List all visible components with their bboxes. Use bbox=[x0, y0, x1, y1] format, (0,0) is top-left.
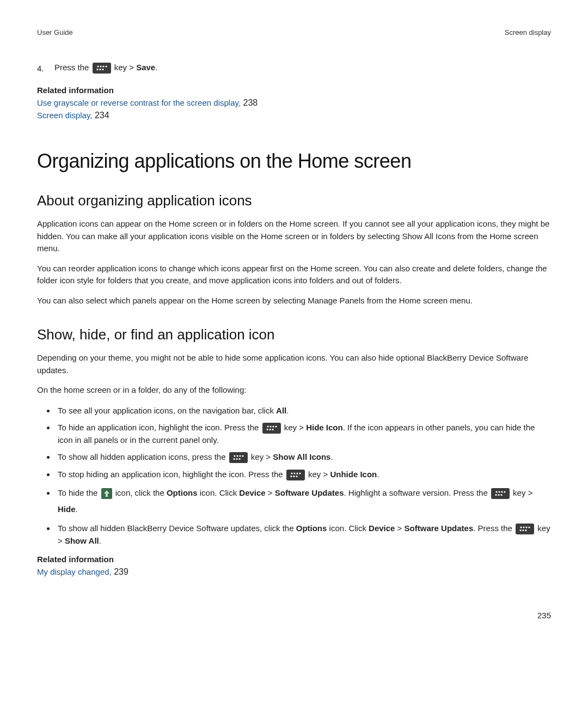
list-item: To hide an application icon, highlight t… bbox=[56, 421, 551, 447]
related-link[interactable]: My display changed, bbox=[37, 567, 112, 576]
menu-key-icon bbox=[93, 63, 111, 74]
related-heading: Related information bbox=[37, 555, 551, 564]
menu-key-icon bbox=[286, 470, 305, 480]
page-title: Organizing applications on the Home scre… bbox=[37, 150, 551, 173]
section-heading: About organizing application icons bbox=[37, 192, 551, 209]
related-page: 238 bbox=[241, 98, 258, 107]
list-item: To see all your application icons, on th… bbox=[56, 404, 551, 417]
related-info-bottom: Related information My display changed, … bbox=[37, 555, 551, 579]
list-item: To show all hidden BlackBerry Device Sof… bbox=[56, 522, 551, 547]
page-number: 235 bbox=[537, 611, 551, 620]
list-item: To stop hiding an application icon, high… bbox=[56, 468, 551, 480]
related-heading: Related information bbox=[37, 86, 551, 95]
menu-key-icon bbox=[229, 452, 248, 463]
body-text: Depending on your theme, you might not b… bbox=[37, 352, 551, 376]
section-heading: Show, hide, or find an application icon bbox=[37, 326, 551, 343]
related-link[interactable]: Use grayscale or reverse contrast for th… bbox=[37, 98, 241, 107]
header-right: Screen display bbox=[505, 28, 551, 36]
related-page: 234 bbox=[92, 111, 109, 120]
step-4: 4. Press the key > Save. bbox=[37, 63, 551, 74]
list-item: To hide the icon, click the Options icon… bbox=[56, 485, 551, 518]
menu-key-icon bbox=[516, 524, 534, 534]
related-page: 239 bbox=[112, 567, 128, 576]
menu-key-icon bbox=[491, 488, 510, 499]
menu-key-icon bbox=[262, 423, 281, 434]
step-number: 4. bbox=[37, 64, 52, 73]
list-item: To show all hidden application icons, pr… bbox=[56, 451, 551, 463]
step-text: Press the key > Save. bbox=[54, 63, 157, 74]
header-left: User Guide bbox=[37, 28, 73, 36]
body-text: You can reorder application icons to cha… bbox=[37, 263, 551, 287]
page-header: User Guide Screen display bbox=[37, 28, 551, 36]
related-link[interactable]: Screen display, bbox=[37, 111, 92, 120]
body-text: You can also select which panels appear … bbox=[37, 295, 551, 307]
bullet-list: To see all your application icons, on th… bbox=[37, 404, 551, 547]
body-text: On the home screen or in a folder, do an… bbox=[37, 384, 551, 397]
body-text: Application icons can appear on the Home… bbox=[37, 218, 551, 255]
related-info-top: Related information Use grayscale or rev… bbox=[37, 86, 551, 121]
software-update-icon bbox=[101, 488, 112, 499]
